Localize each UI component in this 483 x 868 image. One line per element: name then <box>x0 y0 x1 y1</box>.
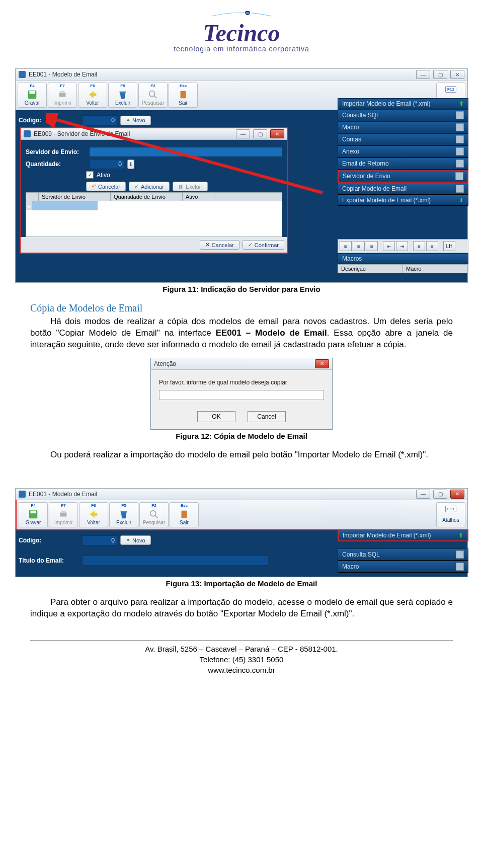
side-importar[interactable]: Importar Modelo de Email (*.xml)⬆ <box>338 529 468 541</box>
qtd-input[interactable] <box>89 159 124 169</box>
list-num-button[interactable]: ≡ <box>413 241 425 251</box>
cancelar-dialog-button[interactable]: ✕Cancelar <box>200 240 239 250</box>
svg-text:0101: 0101 <box>246 12 250 14</box>
sair-button[interactable]: EscSair <box>169 83 198 108</box>
page-icon <box>456 135 464 143</box>
close-button[interactable]: ✕ <box>450 70 464 79</box>
svg-rect-15 <box>121 511 127 512</box>
novo-button[interactable]: ✦Novo <box>120 535 151 545</box>
main-toolbar: F4Gravar F7Imprimir F6Voltar F5Excluir F… <box>16 500 467 530</box>
info-button[interactable]: ℹ <box>127 160 134 169</box>
outdent-button[interactable]: ⇤ <box>383 241 395 251</box>
side-macro[interactable]: Macro <box>338 561 468 573</box>
qtd-label: Quantidade: <box>26 161 86 168</box>
close-button[interactable]: ✕ <box>450 490 464 499</box>
atalhos-button[interactable]: F11Atalhos <box>436 502 465 527</box>
attach-icon <box>456 147 464 155</box>
lh-button[interactable]: LH <box>443 241 455 251</box>
fig11-caption: Figura 11: Indicação do Servidor para En… <box>30 285 453 293</box>
logo-swoosh: 0101 <box>156 11 327 17</box>
titulo-input[interactable] <box>82 556 268 566</box>
logo-text: Tecinco <box>156 19 327 47</box>
side-email-retorno[interactable]: Email de Retorno <box>338 157 468 170</box>
paragraph-3: Para obter o arquivo para realizar a imp… <box>30 597 453 620</box>
align-center-button[interactable]: ≡ <box>353 241 365 251</box>
adicionar-button[interactable]: ✓Adicionar <box>129 182 170 191</box>
minimize-button[interactable]: — <box>416 70 430 79</box>
close-button[interactable]: ✕ <box>315 359 329 368</box>
side-exportar-modelo[interactable]: Exportar Modelo de Email (*.xml)⬇ <box>338 195 468 206</box>
maximize-button[interactable]: ▢ <box>253 129 267 138</box>
side-consulta-sql[interactable]: Consulta SQL <box>338 548 468 561</box>
side-servidor-envio[interactable]: Servidor de Envio <box>338 170 468 183</box>
side-importar[interactable]: Importar Modelo de Email (*.xml)⬆ <box>338 98 468 109</box>
side-consulta-sql[interactable]: Consulta SQL <box>338 109 468 121</box>
imprimir-button[interactable]: F7Imprimir <box>48 83 77 108</box>
nested-title: EE009 - Servidor de Envio de Email <box>34 130 130 137</box>
servidor-input[interactable] <box>89 147 282 157</box>
indent-button[interactable]: ⇥ <box>396 241 408 251</box>
codigo-input[interactable] <box>82 115 117 125</box>
close-button[interactable]: ✕ <box>270 129 284 138</box>
voltar-button[interactable]: F6Voltar <box>79 502 108 527</box>
fig12-caption: Figura 12: Cópia de Modelo de Email <box>30 432 453 440</box>
imprimir-button[interactable]: F7Imprimir <box>49 502 78 527</box>
minimize-button[interactable]: — <box>236 129 250 138</box>
codigo-input[interactable] <box>82 535 117 545</box>
macros-header: Macros <box>338 253 468 264</box>
cancelar-button[interactable]: ↶Cancelar <box>86 182 126 191</box>
page-footer: Av. Brasil, 5256 – Cascavel – Paraná – C… <box>30 640 453 675</box>
app-icon <box>19 71 26 78</box>
win-atencao: Atenção ✕ Por favor, informe de qual mod… <box>150 358 333 430</box>
ativo-checkbox[interactable]: ✓ <box>86 171 94 179</box>
svg-rect-6 <box>120 92 126 93</box>
svg-rect-3 <box>30 91 35 94</box>
alert-title: Atenção <box>154 360 176 367</box>
side-macro[interactable]: Macro <box>338 121 468 133</box>
section-copia-title: Cópia de Modelos de Email <box>30 302 453 314</box>
pesquisar-button[interactable]: F2Pesquisar <box>138 83 168 108</box>
maximize-button[interactable]: ▢ <box>433 70 447 79</box>
excluir-button[interactable]: F5Excluir <box>109 502 138 527</box>
gravar-button[interactable]: F4Gravar <box>19 502 48 527</box>
gravar-button[interactable]: F4Gravar <box>18 83 47 108</box>
modelo-input[interactable] <box>159 390 324 400</box>
servidor-label: Servidor de Envio: <box>26 148 86 155</box>
window-title: EE001 - Modelo de Email <box>29 71 97 78</box>
minimize-button[interactable]: — <box>416 490 430 499</box>
gear-icon <box>456 123 464 131</box>
excluir-button[interactable]: F5Excluir <box>108 83 137 108</box>
svg-rect-13 <box>60 512 67 516</box>
alert-message: Por favor, informe de qual modelo deseja… <box>159 379 324 386</box>
grid-body[interactable]: ▸ <box>26 201 282 237</box>
novo-button[interactable]: ✦Novo <box>120 116 151 125</box>
db-icon <box>456 111 464 119</box>
gear-icon <box>456 563 464 571</box>
pesquisar-button[interactable]: F2Pesquisar <box>139 502 169 527</box>
ok-button[interactable]: OK <box>197 411 235 422</box>
sair-button[interactable]: EscSair <box>170 502 199 527</box>
svg-rect-18 <box>182 510 187 518</box>
voltar-button[interactable]: F6Voltar <box>78 83 107 108</box>
db-icon <box>456 550 464 559</box>
svg-line-8 <box>154 96 157 99</box>
app-icon <box>24 130 31 137</box>
fig13-caption: Figura 13: Importação de Modelo de Email <box>30 579 453 588</box>
side-copiar-modelo[interactable]: Copiar Modelo de Email <box>338 183 468 195</box>
list-bul-button[interactable]: ≡ <box>426 241 438 251</box>
upload-icon: ⬆ <box>459 100 464 107</box>
cancel-button[interactable]: Cancel <box>248 411 286 422</box>
align-left-button[interactable]: ≡ <box>340 241 352 251</box>
ativo-label: Ativo <box>97 172 110 179</box>
mail-icon <box>456 160 464 168</box>
maximize-button[interactable]: ▢ <box>433 490 447 499</box>
confirmar-button[interactable]: ✓Confirmar <box>243 240 284 250</box>
svg-rect-12 <box>31 510 36 513</box>
excluir-button[interactable]: 🗑Excluir <box>173 182 208 191</box>
server-icon <box>455 172 463 180</box>
side-anexo[interactable]: Anexo <box>338 145 468 157</box>
align-right-button[interactable]: ≡ <box>366 241 378 251</box>
svg-rect-5 <box>60 91 64 94</box>
side-contas[interactable]: Contas <box>338 133 468 145</box>
titulo-label: Título do Email: <box>19 557 79 564</box>
